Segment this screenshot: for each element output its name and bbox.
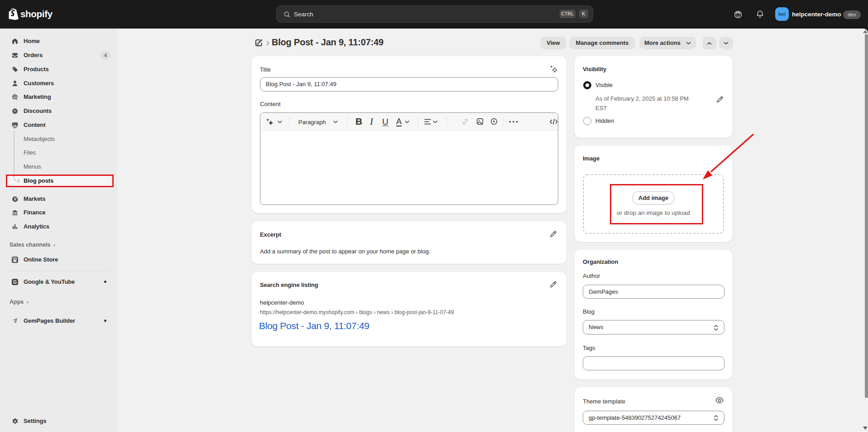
svg-text:G: G: [13, 279, 17, 285]
svg-text:$: $: [14, 197, 16, 201]
svg-text:shopify: shopify: [20, 9, 53, 19]
